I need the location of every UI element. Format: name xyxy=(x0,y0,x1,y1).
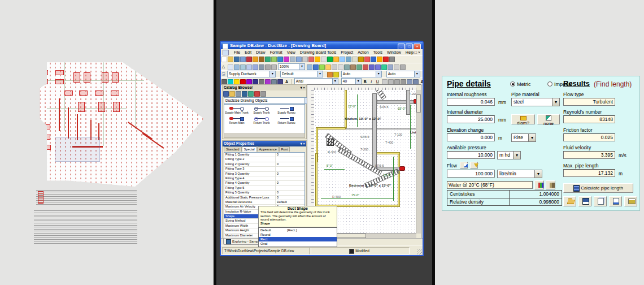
toolbar-icon[interactable] xyxy=(259,64,264,70)
toolbar-icon[interactable] xyxy=(401,79,406,85)
auto-combo-2[interactable]: Auto xyxy=(386,71,420,77)
toolbar-icon[interactable] xyxy=(375,64,381,70)
menu-project[interactable]: Project xyxy=(338,49,355,55)
toolbar-icon[interactable] xyxy=(271,79,277,85)
branch-duct[interactable] xyxy=(377,100,416,104)
fluid-select-button[interactable] xyxy=(534,180,544,189)
toolbar-icon[interactable] xyxy=(389,57,395,62)
elevation-change-field[interactable]: 0.000 xyxy=(447,133,495,141)
default-combo[interactable]: Default xyxy=(280,71,323,77)
toolbar-icon[interactable] xyxy=(319,64,325,70)
supply-trunk-duct[interactable] xyxy=(372,93,377,170)
mdi-icon[interactable] xyxy=(223,50,229,55)
toolbar-icon[interactable] xyxy=(302,57,308,62)
select-arrow-icon[interactable]: △ xyxy=(221,64,226,69)
flow-funnel-button[interactable] xyxy=(470,162,478,169)
toolbar-icon[interactable] xyxy=(377,57,382,62)
menu-tools[interactable]: Tools xyxy=(371,49,385,55)
toolbar-icon[interactable] xyxy=(333,57,339,62)
internal-diameter-field[interactable]: 25.000 xyxy=(447,115,495,123)
underline-button[interactable]: U xyxy=(375,80,380,84)
toolbar-icon[interactable] xyxy=(240,64,246,70)
toolbar-icon[interactable] xyxy=(369,64,375,70)
menu-edit[interactable]: Edit xyxy=(242,49,254,55)
canvas-vertical-scrollbar[interactable] xyxy=(416,90,421,234)
toolbar-icon[interactable] xyxy=(221,57,227,62)
diffuser[interactable] xyxy=(399,166,405,171)
property-row[interactable]: Fitting Type 4 xyxy=(224,176,304,181)
toolbar-icon[interactable] xyxy=(229,91,235,97)
toolbar-icon[interactable] xyxy=(246,57,252,62)
shape-option-round[interactable]: Round xyxy=(259,232,337,237)
italic-button[interactable]: I xyxy=(369,80,374,84)
toolbar-icon[interactable] xyxy=(346,57,351,62)
open-button[interactable] xyxy=(563,196,576,206)
rise-fall-select[interactable]: Rise xyxy=(511,133,536,142)
property-row[interactable]: Fitting 2 Quantity0 xyxy=(224,162,304,167)
toolbar-icon[interactable] xyxy=(338,64,343,70)
toolbar-icon[interactable] xyxy=(371,57,376,62)
toolbar-icon[interactable] xyxy=(253,79,258,85)
toolbar-icon[interactable] xyxy=(290,57,295,62)
toolbar-icon[interactable] xyxy=(400,64,406,70)
metric-radio[interactable]: Metric xyxy=(510,81,531,87)
property-row[interactable]: Fitting 4 Quantity0 xyxy=(224,181,304,185)
menu-format[interactable]: Format xyxy=(268,49,285,55)
export-button[interactable] xyxy=(609,196,622,206)
toolbar-icon[interactable] xyxy=(321,57,327,62)
toolbar-icon[interactable] xyxy=(259,57,264,62)
layer-icon[interactable]: ◲ xyxy=(221,72,226,76)
catalog-item-return-runout[interactable]: Return Runou xyxy=(274,115,299,125)
property-row[interactable]: Fitting Type 3 xyxy=(224,167,304,171)
catalog-item-return-trunk[interactable]: Return Trunk xyxy=(249,115,274,125)
toolbar-icon[interactable] xyxy=(332,64,337,70)
none-button[interactable]: none xyxy=(537,114,560,124)
toolbar-icon[interactable] xyxy=(221,79,227,85)
menu-draw[interactable]: Draw xyxy=(254,49,267,55)
font-color-icon[interactable]: A xyxy=(420,80,423,84)
toolbar-icon[interactable] xyxy=(340,57,345,62)
toolbar-icon[interactable] xyxy=(234,64,240,70)
catalog-item-supply-trunk[interactable]: Supply Trunk xyxy=(249,105,274,115)
panel-header-buttons[interactable]: ▾ × xyxy=(301,85,305,90)
toolbar-icon[interactable] xyxy=(307,64,312,70)
toolbar-icon[interactable] xyxy=(313,64,319,70)
zoom-level-combo[interactable]: 100% xyxy=(278,63,305,70)
shape-option-oval[interactable]: Oval xyxy=(259,241,337,246)
toolbar-icon[interactable] xyxy=(327,72,333,77)
property-row[interactable]: Fitting 5 Quantity0 xyxy=(224,191,304,195)
toolbar-icon[interactable] xyxy=(228,79,233,85)
auto-combo-1[interactable]: Auto xyxy=(341,71,382,77)
property-row[interactable]: Additional Static Pressure Loss0 xyxy=(224,196,304,200)
flow-graph-button[interactable] xyxy=(460,162,468,169)
toolbar-icon[interactable] xyxy=(236,91,241,97)
toolbar-icon[interactable] xyxy=(265,79,271,85)
tab-font[interactable]: Font xyxy=(279,146,290,152)
toolbar-icon[interactable] xyxy=(344,64,350,70)
mdi-window-buttons[interactable]: – □ × xyxy=(411,49,420,55)
pressure-unit-select[interactable]: m hd xyxy=(497,151,521,159)
text-tool-icon[interactable]: A xyxy=(284,80,289,84)
bold-button[interactable]: B xyxy=(363,80,368,84)
toolbar-icon[interactable] xyxy=(325,64,331,70)
toolbar-icon[interactable] xyxy=(228,64,233,70)
save-button[interactable] xyxy=(578,196,591,206)
toolbar-icon[interactable] xyxy=(382,79,388,85)
toolbar-icon[interactable] xyxy=(265,57,271,62)
toolbar-icon[interactable] xyxy=(327,57,333,62)
property-row[interactable]: Fitting Type 2 xyxy=(224,157,304,162)
toolbar-icon[interactable] xyxy=(363,64,368,70)
menu-action[interactable]: Action xyxy=(355,49,371,55)
toolbar-icon[interactable] xyxy=(308,57,314,62)
tab-standard[interactable]: Standard xyxy=(224,146,242,152)
toolbar-icon[interactable] xyxy=(242,91,247,97)
print-button[interactable] xyxy=(624,196,637,206)
catalog-item-return-main[interactable]: Return Main xyxy=(224,115,249,125)
tab-appearance[interactable]: Appearance xyxy=(257,146,279,152)
toolbar-icon[interactable] xyxy=(246,64,252,70)
available-pressure-field[interactable]: 10.000 xyxy=(447,151,495,159)
toolbar-icon[interactable] xyxy=(223,91,229,97)
property-row[interactable]: Material ReferenceDefault xyxy=(224,200,304,205)
toolbar-icon[interactable] xyxy=(296,57,302,62)
catalog-item-supply-main-trunk[interactable]: Supply Main Trunk xyxy=(224,105,249,115)
